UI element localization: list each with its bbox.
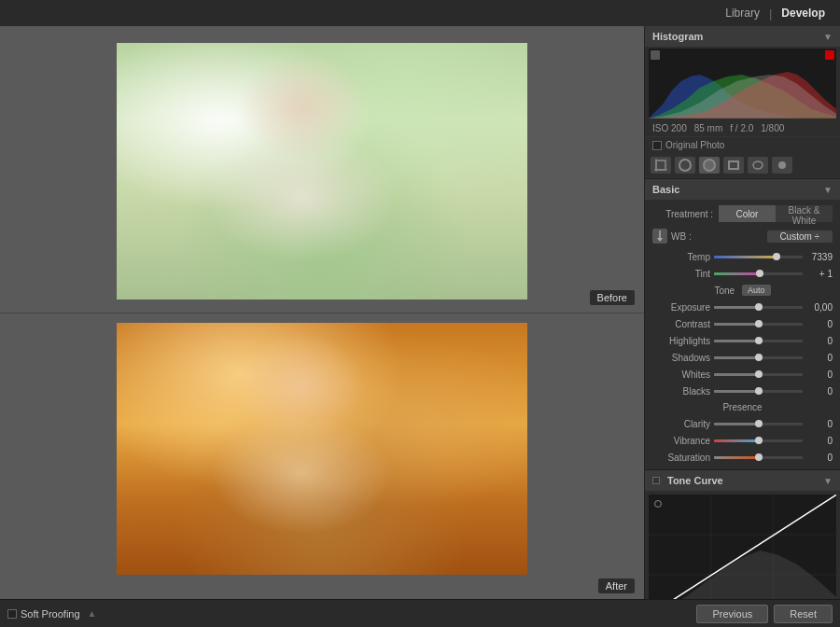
svg-point-4 [778, 161, 786, 169]
blacks-track[interactable] [714, 390, 803, 393]
shadows-slider-row: Shadows 0 [645, 349, 840, 366]
presence-row: Presence [645, 399, 840, 415]
nav-library[interactable]: Library [725, 7, 760, 20]
main-content: Before After Histogram ▼ [0, 26, 840, 599]
before-photo-image [117, 43, 527, 300]
contrast-label: Contrast [652, 319, 710, 329]
reset-button[interactable]: Reset [774, 605, 833, 623]
histogram-header[interactable]: Histogram ▼ [645, 26, 840, 47]
whites-slider-row: Whites 0 [645, 366, 840, 383]
svg-marker-6 [657, 238, 663, 242]
basic-arrow: ▼ [823, 185, 833, 195]
tone-curve-title: Tone Curve [667, 475, 723, 486]
tint-track[interactable] [714, 272, 803, 275]
tool-row [645, 153, 840, 178]
histogram-title: Histogram [652, 31, 703, 42]
previous-button[interactable]: Previous [696, 605, 768, 623]
camera-mm: 85 mm [694, 123, 723, 133]
contrast-value: 0 [806, 319, 833, 329]
tone-curve-point [654, 500, 662, 508]
vibrance-label: Vibrance [652, 436, 710, 446]
wb-row: WB : Custom ÷ [645, 227, 840, 245]
highlights-track[interactable] [714, 340, 803, 342]
radial-tool[interactable] [748, 157, 768, 174]
whites-track[interactable] [714, 373, 803, 376]
color-button[interactable]: Color [719, 205, 776, 222]
expand-icon: ▲ [88, 608, 97, 619]
presence-label: Presence [722, 402, 762, 412]
saturation-label: Saturation [652, 453, 710, 463]
tone-row: Tone Auto [645, 282, 840, 299]
camera-f: f / 2.0 [730, 123, 753, 133]
tone-curve-chart[interactable] [649, 495, 836, 599]
basic-section: Basic ▼ Treatment : Color Black & White … [645, 179, 840, 470]
wb-eyedropper-icon[interactable] [652, 229, 667, 244]
vibrance-track[interactable] [714, 439, 803, 442]
exposure-track[interactable] [714, 306, 803, 309]
blacks-label: Blacks [652, 386, 710, 397]
temp-track[interactable] [714, 256, 803, 258]
spot-heal-tool[interactable] [675, 157, 695, 174]
original-photo-label: Original Photo [665, 140, 724, 150]
redeye-tool[interactable] [699, 157, 720, 174]
saturation-track[interactable] [714, 456, 803, 459]
right-panel: Histogram ▼ ISO 200 85 m [644, 26, 840, 599]
original-photo-row: Original Photo [645, 137, 840, 153]
bottom-bar: Soft Proofing ▲ Previous Reset [0, 599, 840, 627]
camera-iso: ISO 200 [652, 123, 687, 133]
saturation-value: 0 [806, 453, 833, 463]
before-photo-panel: Before [0, 26, 644, 314]
after-label: After [598, 578, 635, 593]
crop-tool[interactable] [651, 157, 671, 174]
after-photo-image [117, 323, 527, 575]
treatment-row: Treatment : Color Black & White [645, 203, 840, 224]
adjust-tool[interactable] [772, 157, 792, 174]
clarity-label: Clarity [652, 419, 710, 429]
nav-develop[interactable]: Develop [781, 7, 825, 20]
auto-button[interactable]: Auto [742, 285, 771, 296]
shadows-track[interactable] [714, 356, 803, 359]
tone-label: Tone [714, 286, 735, 296]
vibrance-value: 0 [806, 436, 833, 446]
temp-label: Temp [652, 252, 710, 262]
soft-proofing-label: Soft Proofing [21, 608, 80, 620]
histogram-section: Histogram ▼ ISO 200 85 m [645, 26, 840, 179]
shadows-value: 0 [806, 353, 833, 363]
svg-point-3 [753, 161, 763, 169]
treatment-label: Treatment : [652, 209, 713, 219]
basic-content: Treatment : Color Black & White WB : Cus… [645, 200, 840, 469]
basic-header[interactable]: Basic ▼ [645, 179, 840, 200]
original-photo-checkbox[interactable] [652, 141, 662, 150]
contrast-track[interactable] [714, 323, 803, 326]
hist-clipping-left[interactable] [651, 50, 660, 60]
clarity-value: 0 [806, 419, 833, 429]
wb-label: WB : [671, 231, 708, 242]
histogram-arrow: ▼ [823, 32, 833, 42]
tone-curve-toggle[interactable] [652, 477, 660, 484]
exposure-label: Exposure [652, 302, 710, 313]
highlights-value: 0 [806, 336, 833, 346]
wb-value[interactable]: Custom ÷ [767, 230, 833, 243]
hist-clipping-right[interactable] [825, 50, 834, 60]
blacks-value: 0 [806, 386, 833, 397]
tint-label: Tint [652, 269, 710, 279]
soft-proofing-checkbox[interactable] [7, 609, 17, 619]
saturation-slider-row: Saturation 0 [645, 449, 840, 466]
gradient-tool[interactable] [723, 157, 744, 174]
tone-curve-arrow: ▼ [823, 476, 833, 486]
before-label: Before [590, 290, 635, 305]
bw-button[interactable]: Black & White [776, 205, 833, 222]
histogram-chart [649, 49, 836, 118]
exposure-value: 0,00 [806, 302, 833, 313]
basic-title: Basic [652, 184, 679, 195]
tone-curve-svg [649, 495, 836, 599]
svg-rect-0 [656, 160, 665, 170]
temp-slider-row: Temp 7339 [645, 248, 840, 265]
exposure-slider-row: Exposure 0,00 [645, 299, 840, 315]
highlights-slider-row: Highlights 0 [645, 332, 840, 349]
vibrance-slider-row: Vibrance 0 [645, 432, 840, 449]
tint-slider-row: Tint + 1 [645, 265, 840, 282]
tone-curve-header[interactable]: Tone Curve ▼ [645, 470, 840, 491]
whites-value: 0 [806, 369, 833, 380]
clarity-track[interactable] [714, 423, 803, 425]
